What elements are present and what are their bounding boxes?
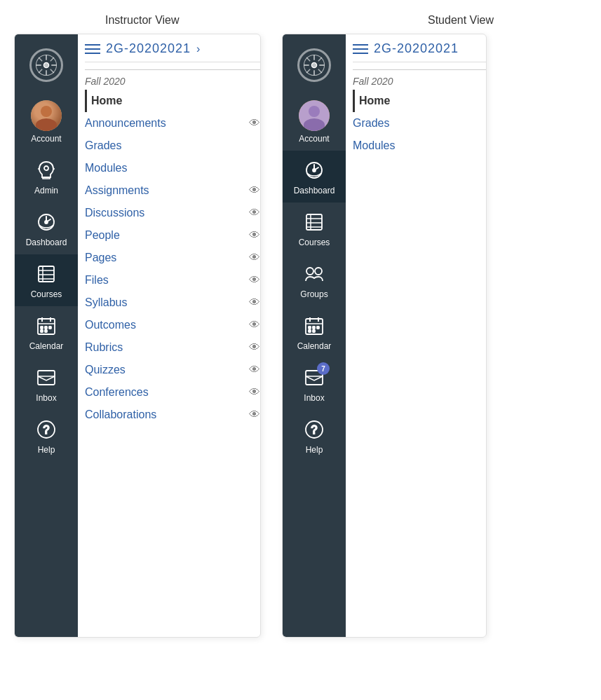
instructor-view-label: Instructor View — [105, 14, 302, 27]
svg-rect-56 — [317, 327, 319, 329]
svg-line-9 — [39, 69, 42, 73]
instructor-nav-content: 2G-20202021 › Fall 2020 Home Announcemen… — [78, 34, 260, 637]
student-sidebar-help[interactable]: ? Help — [283, 410, 346, 462]
header-divider — [85, 69, 260, 70]
nav-rubrics[interactable]: Rubrics 👁 — [85, 336, 260, 359]
hamburger-menu[interactable] — [85, 44, 100, 54]
eye-rubrics[interactable]: 👁 — [249, 341, 260, 354]
sidebar-calendar-label: Calendar — [29, 341, 64, 351]
svg-point-42 — [313, 169, 316, 172]
nav-assignments[interactable]: Assignments 👁 — [85, 179, 260, 202]
nav-quizzes[interactable]: Quizzes 👁 — [85, 359, 260, 381]
student-sidebar-calendar[interactable]: Calendar — [283, 306, 346, 358]
student-calendar-label: Calendar — [297, 341, 332, 351]
nav-files[interactable]: Files 👁 — [85, 269, 260, 291]
student-nav-home[interactable]: Home — [353, 90, 486, 112]
sidebar-inbox-label: Inbox — [36, 393, 56, 403]
student-courses-label: Courses — [299, 238, 330, 247]
eye-collaborations[interactable]: 👁 — [249, 409, 260, 421]
student-account-label: Account — [299, 134, 329, 144]
svg-text:?: ? — [43, 424, 50, 436]
student-view-label: Student View — [428, 14, 494, 27]
eye-announcements[interactable]: 👁 — [249, 117, 260, 130]
student-header-divider — [353, 69, 486, 70]
student-groups-label: Groups — [300, 289, 327, 299]
nav-grades[interactable]: Grades — [85, 135, 260, 157]
instructor-course-title[interactable]: 2G-20202021 — [106, 41, 191, 56]
eye-syllabus[interactable]: 👁 — [249, 296, 260, 309]
svg-line-37 — [306, 57, 310, 61]
student-sidebar-dashboard[interactable]: Dashboard — [283, 151, 346, 203]
student-sidebar-inbox[interactable]: 7 Inbox — [283, 358, 346, 410]
eye-pages[interactable]: 👁 — [249, 252, 260, 264]
sidebar-account-label: Account — [31, 134, 61, 144]
svg-rect-23 — [45, 327, 47, 329]
svg-line-8 — [50, 57, 54, 61]
svg-point-32 — [311, 62, 316, 67]
sidebar-item-courses[interactable]: Courses — [15, 254, 78, 306]
svg-line-40 — [306, 69, 310, 73]
student-course-title[interactable]: 2G-20202021 — [374, 41, 459, 56]
sidebar-item-inbox[interactable]: Inbox — [15, 358, 78, 410]
nav-pages[interactable]: Pages 👁 — [85, 247, 260, 269]
inbox-badge: 7 — [317, 362, 330, 375]
student-sidebar: Account Dashboard — [283, 34, 346, 637]
svg-line-39 — [318, 57, 322, 61]
student-inbox-label: Inbox — [304, 393, 324, 403]
svg-point-10 — [44, 166, 48, 170]
nav-discussions[interactable]: Discussions 👁 — [85, 202, 260, 224]
student-sidebar-courses[interactable]: Courses — [283, 203, 346, 254]
student-semester: Fall 2020 — [353, 76, 486, 87]
svg-text:?: ? — [311, 424, 318, 436]
student-nav-content: 2G-20202021 Fall 2020 Home Grades Module… — [346, 34, 486, 637]
nav-modules[interactable]: Modules — [85, 157, 260, 179]
student-help-label: Help — [306, 445, 323, 455]
svg-rect-24 — [49, 327, 51, 329]
eye-assignments[interactable]: 👁 — [249, 184, 260, 197]
sidebar-item-admin[interactable]: Admin — [15, 151, 78, 203]
svg-rect-26 — [45, 330, 47, 332]
sidebar-admin-label: Admin — [34, 186, 58, 195]
sidebar-item-dashboard[interactable]: Dashboard — [15, 203, 78, 254]
student-nav-modules[interactable]: Modules — [353, 135, 486, 157]
nav-home[interactable]: Home — [85, 90, 260, 112]
instructor-course-header: 2G-20202021 › — [85, 34, 260, 62]
chevron-icon: › — [196, 43, 200, 55]
svg-line-6 — [39, 57, 42, 61]
svg-point-12 — [45, 221, 48, 224]
eye-conferences[interactable]: 👁 — [249, 386, 260, 399]
svg-point-49 — [315, 268, 322, 275]
eye-people[interactable]: 👁 — [249, 229, 260, 242]
student-hamburger-menu[interactable] — [353, 44, 368, 54]
svg-rect-55 — [313, 327, 315, 329]
student-dashboard-label: Dashboard — [294, 186, 335, 195]
svg-line-38 — [318, 69, 322, 73]
svg-point-1 — [43, 62, 48, 67]
nav-syllabus[interactable]: Syllabus 👁 — [85, 291, 260, 314]
nav-conferences[interactable]: Conferences 👁 — [85, 381, 260, 404]
student-sidebar-account[interactable]: Account — [283, 93, 346, 151]
nav-collaborations[interactable]: Collaborations 👁 — [85, 404, 260, 426]
instructor-sidebar: Account Admin — [15, 34, 78, 637]
student-sidebar-logo[interactable] — [283, 41, 346, 93]
student-sidebar-groups[interactable]: Groups — [283, 254, 346, 306]
sidebar-item-calendar[interactable]: Calendar — [15, 306, 78, 358]
nav-outcomes[interactable]: Outcomes 👁 — [85, 314, 260, 336]
sidebar-item-account[interactable]: Account — [15, 93, 78, 151]
sidebar-help-label: Help — [38, 445, 55, 455]
svg-rect-58 — [313, 330, 315, 332]
eye-quizzes[interactable]: 👁 — [249, 364, 260, 376]
sidebar-dashboard-label: Dashboard — [26, 238, 67, 247]
nav-people[interactable]: People 👁 — [85, 224, 260, 247]
svg-line-7 — [50, 69, 54, 73]
eye-files[interactable]: 👁 — [249, 274, 260, 287]
student-nav-grades[interactable]: Grades — [353, 112, 486, 135]
sidebar-logo[interactable] — [15, 41, 78, 93]
student-panel: Account Dashboard — [282, 34, 487, 638]
sidebar-item-help[interactable]: ? Help — [15, 410, 78, 462]
eye-outcomes[interactable]: 👁 — [249, 319, 260, 331]
instructor-semester: Fall 2020 — [85, 76, 260, 87]
svg-rect-54 — [309, 327, 311, 329]
nav-announcements[interactable]: Announcements 👁 — [85, 112, 260, 135]
eye-discussions[interactable]: 👁 — [249, 207, 260, 219]
